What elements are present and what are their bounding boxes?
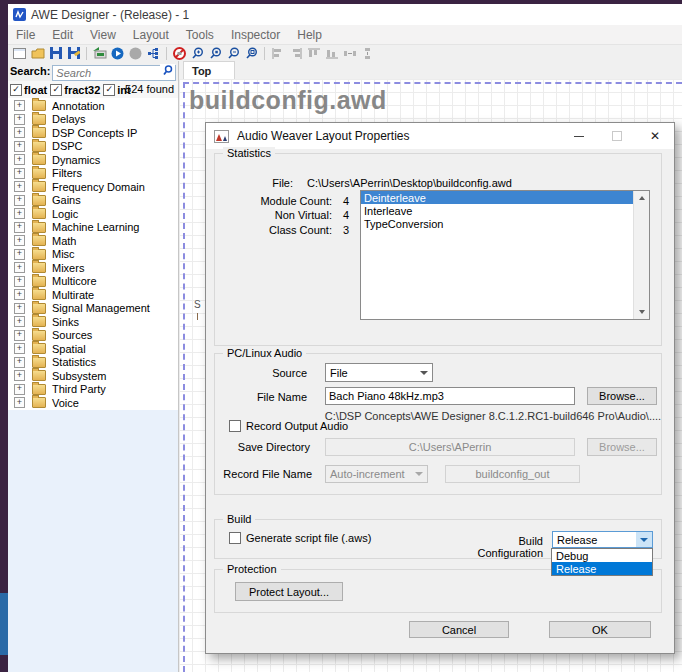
tree-item[interactable]: Dynamics [8,153,178,167]
expand-plus-icon[interactable] [14,114,25,125]
type-filter[interactable]: fract32 [50,84,100,96]
expand-plus-icon[interactable] [14,316,25,327]
menu-item[interactable]: Layout [133,28,169,42]
tree-item[interactable]: Gains [8,194,178,208]
open-icon[interactable] [30,46,45,60]
tree-item[interactable]: Multicore [8,275,178,289]
zoom-selection-icon[interactable] [208,46,223,60]
menu-item[interactable]: Tools [186,28,214,42]
zoom-fit-icon[interactable] [244,46,259,60]
align-bottom-icon[interactable] [324,46,339,60]
search-icon[interactable] [160,64,175,77]
save-icon[interactable] [48,46,63,60]
zoom-in-icon[interactable] [190,46,205,60]
menu-item[interactable]: Inspector [231,28,280,42]
checkbox-checked-icon[interactable] [10,84,22,96]
tree-item[interactable]: DSPC [8,140,178,154]
tree-item[interactable]: Sources [8,329,178,343]
record-output-checkbox-row[interactable]: Record Output Audio [229,420,348,432]
expand-plus-icon[interactable] [14,154,25,165]
minimize-icon[interactable] [560,123,598,149]
listbox-scrollbar[interactable] [633,191,649,319]
browse-file-button[interactable]: Browse... [587,387,657,405]
dropdown-option[interactable]: Release [552,562,652,575]
expand-plus-icon[interactable] [14,235,25,246]
scroll-down-icon[interactable] [634,305,649,319]
build-configuration-combobox[interactable]: Release [552,531,653,548]
expand-plus-icon[interactable] [14,330,25,341]
type-filter[interactable]: float [10,84,47,96]
menu-item[interactable]: Edit [52,28,73,42]
canvas-grid[interactable]: buildconfig.awd S Audio Weaver Layout Pr… [179,79,682,672]
expand-plus-icon[interactable] [14,262,25,273]
protect-layout-button[interactable]: Protect Layout... [235,582,343,601]
tree-item[interactable]: Logic [8,207,178,221]
expand-plus-icon[interactable] [14,141,25,152]
checkbox-checked-icon[interactable] [103,84,115,96]
generate-script-checkbox-row[interactable]: Generate script file (.aws) [229,532,371,544]
stop-icon[interactable] [128,46,143,60]
tree-item[interactable]: Signal Management [8,302,178,316]
expand-plus-icon[interactable] [14,357,25,368]
class-list-item[interactable]: TypeConversion [361,217,649,230]
expand-plus-icon[interactable] [14,397,25,408]
expand-plus-icon[interactable] [14,289,25,300]
tree-item[interactable]: Misc [8,248,178,262]
source-combobox[interactable]: File [325,363,433,382]
expand-plus-icon[interactable] [14,208,25,219]
tree-item[interactable]: Filters [8,167,178,181]
tree-item[interactable]: Voice [8,396,178,410]
expand-plus-icon[interactable] [14,384,25,395]
zoom-out-icon[interactable] [226,46,241,60]
chevron-down-icon[interactable] [636,532,652,547]
expand-plus-icon[interactable] [14,195,25,206]
expand-plus-icon[interactable] [14,222,25,233]
menu-item[interactable]: Help [297,28,322,42]
chevron-down-icon[interactable] [416,364,432,381]
ok-button[interactable]: OK [549,621,651,638]
tree-item[interactable]: Spatial [8,342,178,356]
align-left-icon[interactable] [270,46,285,60]
tree-item[interactable]: Multirate [8,288,178,302]
profile-icon[interactable] [146,46,161,60]
menu-item[interactable]: View [90,28,116,42]
tree-item[interactable]: Math [8,234,178,248]
checkbox-unchecked-icon[interactable] [229,532,241,544]
search-input[interactable] [52,65,176,81]
connect-icon[interactable] [92,46,107,60]
expand-plus-icon[interactable] [14,100,25,111]
play-icon[interactable] [110,46,125,60]
expand-plus-icon[interactable] [14,303,25,314]
tree-item[interactable]: Frequency Domain [8,180,178,194]
tree-item[interactable]: Mixers [8,261,178,275]
align-top-icon[interactable] [306,46,321,60]
menu-item[interactable]: File [16,28,35,42]
new-icon[interactable] [12,46,27,60]
expand-plus-icon[interactable] [14,249,25,260]
halt-icon[interactable] [172,46,187,60]
expand-plus-icon[interactable] [14,181,25,192]
scroll-up-icon[interactable] [634,191,649,205]
tree-item[interactable]: Third Party [8,383,178,397]
checkbox-unchecked-icon[interactable] [229,420,241,432]
tree-item[interactable]: Statistics [8,356,178,370]
maximize-icon[interactable] [598,123,636,149]
close-icon[interactable]: ✕ [636,123,674,149]
expand-plus-icon[interactable] [14,370,25,381]
distribute-vertical-icon[interactable] [360,46,375,60]
expand-plus-icon[interactable] [14,127,25,138]
expand-plus-icon[interactable] [14,168,25,179]
save-as-icon[interactable] [66,46,81,60]
tree-item[interactable]: Subsystem [8,369,178,383]
class-list-item[interactable]: Deinterleave [361,191,649,204]
checkbox-checked-icon[interactable] [50,84,62,96]
tree-item[interactable]: Annotation [8,99,178,113]
tree-item[interactable]: Sinks [8,315,178,329]
file-name-input[interactable] [325,387,575,405]
distribute-horizontal-icon[interactable] [342,46,357,60]
class-list-item[interactable]: Interleave [361,204,649,217]
tree-item[interactable]: Delays [8,113,178,127]
expand-plus-icon[interactable] [14,276,25,287]
cancel-button[interactable]: Cancel [409,621,509,638]
expand-plus-icon[interactable] [14,343,25,354]
